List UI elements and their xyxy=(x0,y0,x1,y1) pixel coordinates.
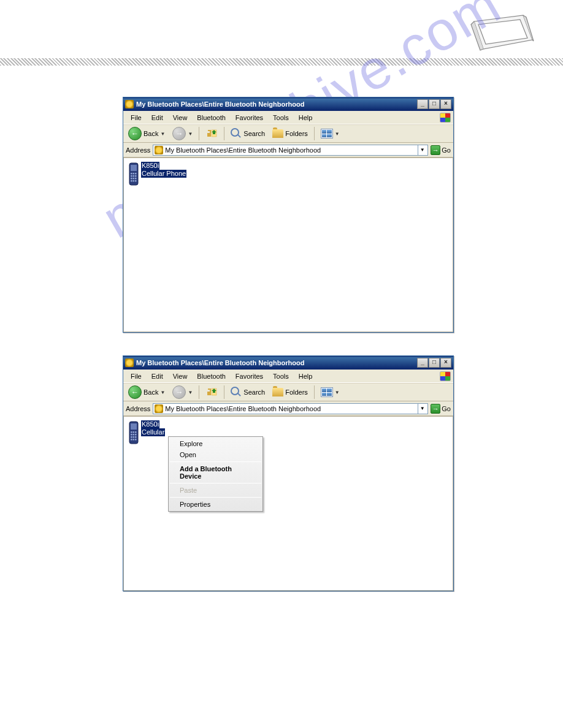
back-button[interactable]: ← Back ▼ xyxy=(126,126,167,142)
svg-rect-11 xyxy=(131,180,132,182)
address-input[interactable]: My Bluetooth Places\Entire Bluetooth Nei… xyxy=(153,403,428,414)
svg-rect-22 xyxy=(131,436,132,438)
forward-button[interactable]: → ▼ xyxy=(170,384,195,400)
menu-edit[interactable]: Edit xyxy=(147,113,168,123)
go-button[interactable]: → Go xyxy=(431,403,451,414)
svg-rect-27 xyxy=(135,439,137,441)
address-dropdown[interactable]: ▼ xyxy=(418,145,426,155)
folders-button[interactable]: Folders xyxy=(270,387,310,398)
views-button[interactable]: ▼ xyxy=(318,127,342,140)
menu-bluetooth[interactable]: Bluetooth xyxy=(192,371,230,381)
svg-rect-2 xyxy=(131,173,132,175)
up-folder-icon xyxy=(205,386,218,398)
minimize-button[interactable]: _ xyxy=(417,99,428,109)
up-button[interactable] xyxy=(203,385,220,400)
svg-rect-20 xyxy=(133,434,135,436)
chevron-down-icon: ▼ xyxy=(160,131,165,137)
titlebar[interactable]: My Bluetooth Places\Entire Bluetooth Nei… xyxy=(123,97,453,111)
address-value: My Bluetooth Places\Entire Bluetooth Nei… xyxy=(165,146,321,154)
menu-tools[interactable]: Tools xyxy=(268,113,294,123)
address-input[interactable]: My Bluetooth Places\Entire Bluetooth Nei… xyxy=(153,145,428,156)
context-menu-add-device[interactable]: Add a Bluetooth Device xyxy=(169,463,262,482)
phone-icon xyxy=(128,420,140,445)
menu-file[interactable]: File xyxy=(126,371,147,381)
explorer-window-1: My Bluetooth Places\Entire Bluetooth Nei… xyxy=(123,97,454,333)
svg-rect-24 xyxy=(135,436,137,438)
menu-favorites[interactable]: Favorites xyxy=(231,113,268,123)
content-area: K850i Cellular Explore Open Add a Blueto… xyxy=(123,416,453,591)
titlebar[interactable]: My Bluetooth Places\Entire Bluetooth Nei… xyxy=(123,356,453,370)
folder-icon xyxy=(272,388,283,396)
device-name: K850i xyxy=(141,420,159,428)
svg-rect-10 xyxy=(135,178,137,180)
up-folder-icon xyxy=(205,127,218,140)
views-button[interactable]: ▼ xyxy=(318,386,342,398)
go-arrow-icon: → xyxy=(431,145,440,155)
hatch-divider xyxy=(0,58,563,66)
back-button[interactable]: ← Back ▼ xyxy=(126,384,167,400)
svg-rect-6 xyxy=(133,175,135,177)
search-button[interactable]: Search xyxy=(228,127,267,140)
folder-icon xyxy=(272,129,283,138)
close-button[interactable]: × xyxy=(440,358,451,368)
maximize-button[interactable]: □ xyxy=(429,358,440,368)
go-label: Go xyxy=(442,146,451,154)
content-area: K850i Cellular Phone xyxy=(123,157,453,332)
windows-xp-logo-icon xyxy=(440,113,451,123)
up-button[interactable] xyxy=(203,126,220,141)
address-label: Address xyxy=(126,405,150,412)
bluetooth-places-icon xyxy=(155,146,163,154)
folders-label: Folders xyxy=(285,130,308,137)
svg-rect-5 xyxy=(131,175,132,177)
forward-arrow-icon: → xyxy=(172,127,186,140)
menu-file[interactable]: File xyxy=(126,113,147,123)
menu-tools[interactable]: Tools xyxy=(268,371,294,381)
go-button[interactable]: → Go xyxy=(431,145,451,156)
menu-help[interactable]: Help xyxy=(294,371,318,381)
chevron-down-icon: ▼ xyxy=(188,390,193,395)
menu-view[interactable]: View xyxy=(168,113,193,123)
menubar: File Edit View Bluetooth Favorites Tools… xyxy=(123,370,453,383)
context-menu-separator xyxy=(170,483,261,483)
search-button[interactable]: Search xyxy=(228,385,267,399)
views-icon xyxy=(321,387,333,397)
address-dropdown[interactable]: ▼ xyxy=(418,404,426,414)
toolbar-separator xyxy=(314,385,315,399)
menubar: File Edit View Bluetooth Favorites Tools… xyxy=(123,111,453,124)
back-label: Back xyxy=(144,130,158,137)
svg-rect-3 xyxy=(133,173,135,175)
minimize-button[interactable]: _ xyxy=(417,358,428,368)
address-label: Address xyxy=(126,146,150,154)
toolbar-separator xyxy=(224,127,224,140)
context-menu-explore[interactable]: Explore xyxy=(169,438,262,449)
menu-edit[interactable]: Edit xyxy=(147,371,168,381)
context-menu-separator xyxy=(170,461,261,462)
bluetooth-places-icon xyxy=(125,100,134,108)
back-arrow-icon: ← xyxy=(128,385,142,399)
menu-bluetooth[interactable]: Bluetooth xyxy=(192,113,230,123)
toolbar: ← Back ▼ → ▼ Search Folders xyxy=(123,383,453,401)
context-menu-open[interactable]: Open xyxy=(169,449,262,460)
svg-rect-18 xyxy=(135,431,137,433)
forward-button[interactable]: → ▼ xyxy=(170,126,195,142)
device-type: Cellular xyxy=(141,428,165,436)
context-menu-properties[interactable]: Properties xyxy=(169,499,262,510)
menu-favorites[interactable]: Favorites xyxy=(231,371,268,381)
search-label: Search xyxy=(243,389,265,396)
addressbar: Address My Bluetooth Places\Entire Bluet… xyxy=(123,143,453,157)
svg-rect-19 xyxy=(131,434,132,436)
menu-help[interactable]: Help xyxy=(294,113,318,123)
titlebar-buttons: _ □ × xyxy=(417,358,451,368)
toolbar-separator xyxy=(199,385,199,399)
close-button[interactable]: × xyxy=(440,99,451,109)
menu-view[interactable]: View xyxy=(168,371,193,381)
context-menu-paste: Paste xyxy=(169,485,262,496)
svg-rect-9 xyxy=(133,178,135,180)
search-icon xyxy=(231,128,242,139)
folders-button[interactable]: Folders xyxy=(270,128,310,139)
device-item[interactable]: K850i Cellular Phone xyxy=(128,162,195,186)
window-title: My Bluetooth Places\Entire Bluetooth Nei… xyxy=(136,100,417,108)
maximize-button[interactable]: □ xyxy=(429,99,440,109)
context-menu-separator xyxy=(170,497,261,498)
search-icon xyxy=(231,387,242,398)
